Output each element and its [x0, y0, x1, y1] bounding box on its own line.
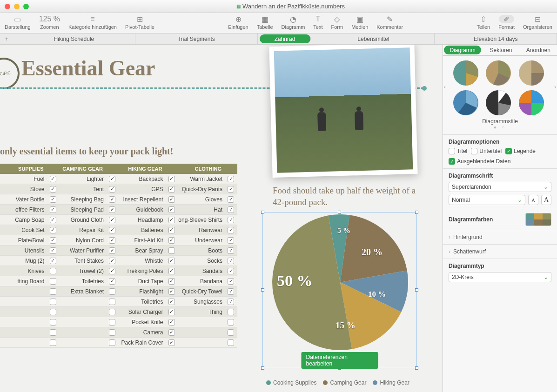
- checkbox[interactable]: [106, 307, 119, 317]
- checkbox[interactable]: ✓: [106, 246, 119, 255]
- zoom-control[interactable]: 125 %Zoomen: [39, 15, 60, 30]
- table-row[interactable]: Stove✓Tent✓GPS✓Quick-Dry Pants✓: [0, 184, 237, 194]
- canvas[interactable]: ACIFIC Essential Gear only essential ite…: [0, 45, 443, 392]
- table-cell[interactable]: Duct Tape: [119, 276, 165, 286]
- checkbox[interactable]: [106, 338, 119, 347]
- table-cell[interactable]: GPS: [119, 184, 165, 194]
- checkbox[interactable]: [47, 266, 60, 276]
- table-cell[interactable]: Trowel (2): [60, 266, 106, 276]
- sidebar-tab-diagramm[interactable]: Diagramm: [444, 46, 481, 54]
- style-preset[interactable]: [453, 90, 478, 115]
- checkbox[interactable]: ✓: [106, 205, 119, 214]
- shape-button[interactable]: ◇Form: [331, 15, 343, 30]
- styles-next-icon[interactable]: ›: [554, 84, 556, 90]
- table-cell[interactable]: Camp Soap: [0, 215, 47, 225]
- table-cell[interactable]: [0, 297, 47, 306]
- checkbox[interactable]: ✓: [165, 205, 178, 214]
- checkbox[interactable]: ✓: [165, 174, 178, 184]
- checkbox[interactable]: ✓: [47, 174, 60, 184]
- checkbox[interactable]: ✓: [224, 286, 237, 296]
- checkbox[interactable]: ✓: [165, 317, 178, 327]
- pie-chart-selection[interactable]: 5 % 20 % 10 % 15 % 50 % Datenreferenzen …: [262, 212, 417, 368]
- checkbox[interactable]: [47, 307, 60, 317]
- table-row[interactable]: Camp Soap✓Ground Cloth✓Headlamp✓Long-Sle…: [0, 215, 237, 225]
- checkbox[interactable]: ✓: [165, 194, 178, 204]
- checkbox[interactable]: [106, 297, 119, 306]
- minimize-icon[interactable]: [14, 4, 20, 9]
- insert-button[interactable]: ⊕Einfügen: [228, 15, 248, 30]
- table-cell[interactable]: Sunglasses: [178, 297, 225, 306]
- table-row[interactable]: KnivesTrowel (2)✓Trekking Poles✓Sandals✓: [0, 266, 237, 276]
- media-button[interactable]: ▣Medien: [351, 15, 368, 30]
- text-button[interactable]: TText: [313, 15, 322, 30]
- table-cell[interactable]: [178, 338, 225, 347]
- checkbox[interactable]: [47, 276, 60, 286]
- checkbox[interactable]: ✓: [165, 338, 178, 347]
- format-button[interactable]: ✐Format: [498, 15, 515, 30]
- gear-table[interactable]: SUPPLIES CAMPING GEAR HIKING GEAR CLOTHI…: [0, 164, 237, 348]
- fullscreen-icon[interactable]: [23, 4, 29, 9]
- table-cell[interactable]: Gloves: [178, 194, 225, 204]
- option-title[interactable]: Titel: [449, 148, 467, 154]
- color-swatch-picker[interactable]: [525, 213, 551, 226]
- table-row[interactable]: Fuel✓Lighter✓Backpack✓Warm Jacket✓: [0, 174, 237, 184]
- table-cell[interactable]: Sleeping Bag: [60, 194, 106, 204]
- table-cell[interactable]: Ground Cloth: [60, 215, 106, 225]
- checkbox[interactable]: ✓: [224, 235, 237, 245]
- table-cell[interactable]: [60, 307, 106, 317]
- checkbox[interactable]: [224, 338, 237, 347]
- table-cell[interactable]: Bandana: [178, 276, 225, 286]
- checkbox[interactable]: [47, 297, 60, 306]
- checkbox[interactable]: ✓: [165, 327, 178, 337]
- view-button[interactable]: ▭Darstellung: [5, 15, 31, 30]
- organize-button[interactable]: ⊟Organisieren: [523, 15, 552, 30]
- table-cell[interactable]: Utensils: [0, 246, 47, 255]
- option-hidden-data[interactable]: ✓Ausgeblendete Daten: [449, 158, 510, 165]
- checkbox[interactable]: ✓: [224, 174, 237, 184]
- table-cell[interactable]: [178, 327, 225, 337]
- table-cell[interactable]: Guidebook: [119, 205, 165, 214]
- sheet-tab-lebensmittel[interactable]: Lebensmittel: [313, 33, 435, 44]
- checkbox[interactable]: ✓: [106, 276, 119, 286]
- checkbox[interactable]: ✓: [165, 256, 178, 266]
- checkbox[interactable]: ✓: [165, 225, 178, 235]
- table-cell[interactable]: Headlamp: [119, 215, 165, 225]
- option-subtitle[interactable]: Untertitel: [471, 148, 502, 154]
- table-row[interactable]: Pocket Knife✓: [0, 317, 237, 327]
- checkbox[interactable]: ✓: [224, 246, 237, 255]
- table-cell[interactable]: Hat: [178, 205, 225, 214]
- table-cell[interactable]: Repair Kit: [60, 225, 106, 235]
- checkbox[interactable]: ✓: [106, 215, 119, 225]
- shadow-disclosure[interactable]: Schattenwurf: [443, 244, 557, 259]
- table-cell[interactable]: Camera: [119, 327, 165, 337]
- table-cell[interactable]: [60, 327, 106, 337]
- option-legend[interactable]: ✓Legende: [505, 148, 536, 154]
- table-cell[interactable]: Pocket Knife: [119, 317, 165, 327]
- checkbox[interactable]: ✓: [165, 215, 178, 225]
- table-cell[interactable]: Water Purifier: [60, 246, 106, 255]
- table-cell[interactable]: [178, 317, 225, 327]
- checkbox[interactable]: ✓: [165, 266, 178, 276]
- table-cell[interactable]: tting Board: [0, 276, 47, 286]
- resize-handle[interactable]: [261, 288, 264, 292]
- checkbox[interactable]: ✓: [224, 194, 237, 204]
- table-cell[interactable]: Underwear: [178, 235, 225, 245]
- checkbox[interactable]: ✓: [106, 225, 119, 235]
- checkbox[interactable]: ✓: [106, 235, 119, 245]
- table-cell[interactable]: Pack Rain Cover: [119, 338, 165, 347]
- table-cell[interactable]: Knives: [0, 266, 47, 276]
- checkbox[interactable]: ✓: [106, 194, 119, 204]
- table-cell[interactable]: Fuel: [0, 174, 47, 184]
- checkbox[interactable]: ✓: [106, 184, 119, 194]
- table-cell[interactable]: offee Filters: [0, 205, 47, 214]
- checkbox[interactable]: ✓: [165, 235, 178, 245]
- table-cell[interactable]: Stove: [0, 184, 47, 194]
- table-cell[interactable]: Toiletries: [119, 297, 165, 306]
- checkbox[interactable]: ✓: [224, 215, 237, 225]
- checkbox[interactable]: ✓: [47, 225, 60, 235]
- close-icon[interactable]: [5, 4, 10, 9]
- font-family-select[interactable]: Superclarendon: [449, 182, 551, 192]
- checkbox[interactable]: ✓: [165, 276, 178, 286]
- sheet-tab-hiking[interactable]: Hiking Schedule: [13, 33, 135, 44]
- sheet-tab-trail[interactable]: Trail Segments: [135, 33, 258, 44]
